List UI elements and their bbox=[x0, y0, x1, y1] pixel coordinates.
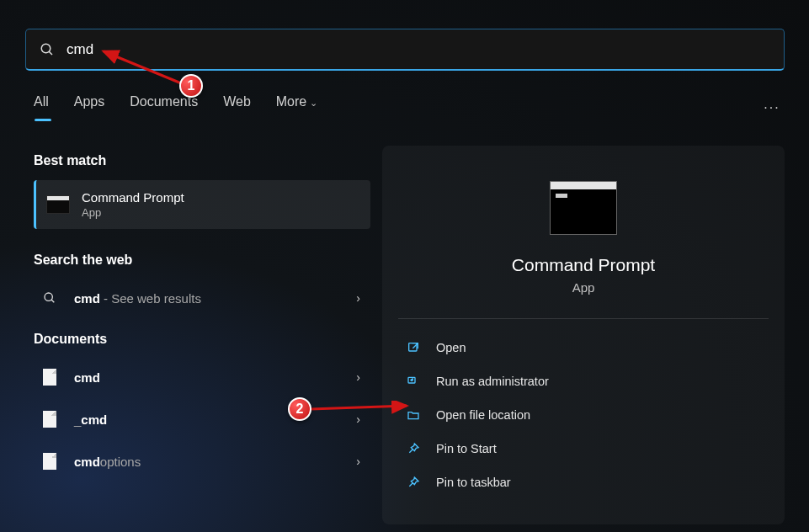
svg-line-3 bbox=[51, 300, 54, 302]
document-label: _cmd bbox=[74, 412, 356, 427]
file-icon bbox=[40, 411, 59, 428]
action-pin-to-taskbar[interactable]: Pin to taskbar bbox=[397, 466, 769, 499]
chevron-down-icon: ⌄ bbox=[310, 98, 317, 108]
open-icon bbox=[406, 340, 421, 355]
document-item[interactable]: cmd › bbox=[34, 359, 370, 396]
best-match-item[interactable]: Command Prompt App bbox=[34, 180, 370, 229]
results-column: Best match Command Prompt App Search the… bbox=[34, 153, 370, 485]
command-prompt-icon bbox=[46, 195, 70, 214]
panel-title: Command Prompt bbox=[512, 255, 655, 275]
action-pin-to-start[interactable]: Pin to Start bbox=[397, 432, 769, 466]
search-bar[interactable] bbox=[25, 29, 785, 71]
chevron-right-icon: › bbox=[356, 412, 365, 426]
section-search-web: Search the web bbox=[34, 253, 370, 268]
action-label: Pin to Start bbox=[436, 442, 497, 455]
command-prompt-icon-large bbox=[550, 181, 617, 235]
svg-point-2 bbox=[45, 293, 52, 301]
pin-icon bbox=[406, 475, 421, 490]
chevron-right-icon: › bbox=[356, 291, 365, 305]
search-icon bbox=[40, 291, 59, 305]
svg-line-1 bbox=[49, 51, 52, 55]
action-open[interactable]: Open bbox=[397, 331, 769, 364]
tab-documents[interactable]: Documents bbox=[130, 94, 198, 121]
overflow-menu-button[interactable]: ··· bbox=[760, 96, 784, 120]
action-label: Open bbox=[436, 341, 466, 354]
svg-rect-4 bbox=[409, 343, 417, 351]
action-open-file-location[interactable]: Open file location bbox=[397, 398, 769, 432]
search-input[interactable] bbox=[67, 41, 784, 58]
tab-apps[interactable]: Apps bbox=[74, 94, 104, 121]
search-icon bbox=[40, 42, 55, 57]
filter-tabs: All Apps Documents Web More⌄ ··· bbox=[34, 94, 784, 121]
document-label: cmd bbox=[74, 370, 356, 385]
action-label: Run as administrator bbox=[436, 375, 549, 388]
best-match-subtitle: App bbox=[82, 206, 184, 219]
tab-web[interactable]: Web bbox=[223, 94, 251, 121]
pin-icon bbox=[406, 441, 421, 456]
web-result-item[interactable]: cmd - See web results › bbox=[34, 279, 370, 317]
folder-icon bbox=[406, 407, 421, 423]
chevron-right-icon: › bbox=[356, 455, 365, 468]
action-run-as-administrator[interactable]: Run as administrator bbox=[397, 364, 769, 398]
annotation-badge-1: 1 bbox=[179, 74, 203, 98]
chevron-right-icon: › bbox=[356, 370, 365, 384]
best-match-title: Command Prompt bbox=[82, 190, 184, 205]
tab-more[interactable]: More⌄ bbox=[276, 94, 317, 121]
document-item[interactable]: cmdoptions › bbox=[34, 443, 370, 480]
shield-icon bbox=[406, 374, 421, 389]
divider bbox=[398, 318, 769, 319]
panel-subtitle: App bbox=[572, 280, 595, 295]
annotation-badge-2: 2 bbox=[288, 397, 311, 421]
action-label: Open file location bbox=[436, 408, 530, 422]
details-panel: Command Prompt App Open Run as administr… bbox=[382, 146, 785, 524]
document-label: cmdoptions bbox=[74, 455, 356, 469]
file-icon bbox=[40, 453, 59, 470]
section-best-match: Best match bbox=[34, 153, 370, 168]
svg-point-0 bbox=[41, 44, 51, 53]
web-result-label: cmd - See web results bbox=[74, 291, 356, 306]
tab-all[interactable]: All bbox=[34, 94, 49, 121]
action-label: Pin to taskbar bbox=[436, 476, 511, 489]
document-item[interactable]: _cmd › bbox=[34, 401, 370, 438]
file-icon bbox=[40, 369, 59, 386]
section-documents: Documents bbox=[34, 332, 370, 347]
